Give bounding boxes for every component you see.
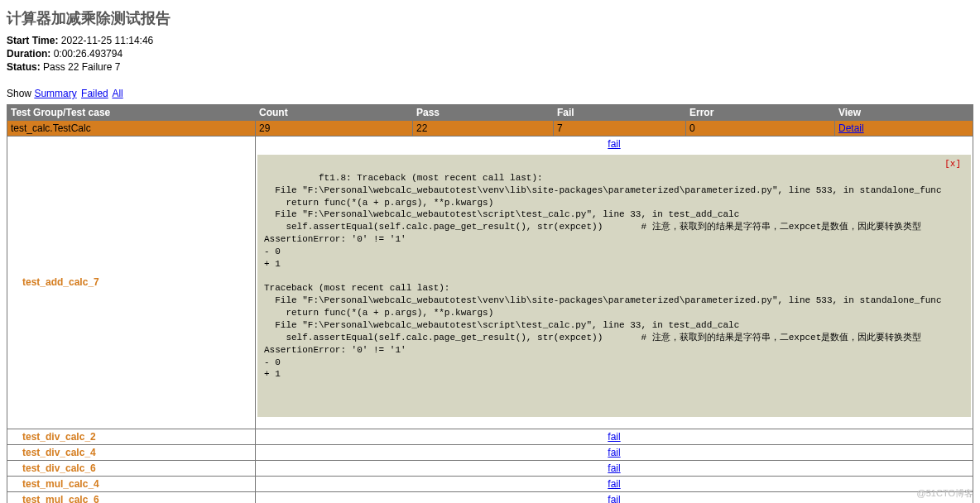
case-fail-link[interactable]: fail [608, 447, 620, 458]
close-icon[interactable]: [x] [944, 158, 961, 170]
case-fail-link[interactable]: fail [608, 494, 620, 503]
case-name: test_div_calc_6 [7, 460, 256, 476]
col-view: View [835, 105, 973, 121]
table-row: test_mul_calc_4 fail [7, 476, 973, 491]
status-label: Status: [7, 61, 41, 73]
suite-name: test_calc.TestCalc [7, 121, 256, 137]
suite-row: test_calc.TestCalc 29 22 7 0 Detail [7, 121, 973, 137]
case-name: test_mul_calc_6 [7, 491, 256, 503]
start-time-value: 2022-11-25 11:14:46 [61, 35, 153, 46]
suite-fail: 7 [554, 121, 686, 137]
suite-count: 29 [256, 121, 413, 137]
expanded-case-name: test_add_calc_7 [7, 137, 256, 429]
table-row: test_div_calc_2 fail [7, 429, 973, 444]
col-testcase: Test Group/Test case [7, 105, 256, 121]
suite-detail-link[interactable]: Detail [838, 122, 864, 134]
filter-summary-link[interactable]: Summary [34, 88, 76, 99]
meta-block: Start Time: 2022-11-25 11:14:46 Duration… [7, 35, 973, 73]
watermark: @51CTO博客 [917, 487, 973, 500]
report-table: Test Group/Test case Count Pass Fail Err… [7, 104, 973, 503]
table-row: test_div_calc_4 fail [7, 444, 973, 460]
case-fail-link[interactable]: fail [608, 462, 620, 474]
case-fail-link[interactable]: fail [608, 431, 620, 443]
filter-failed-link[interactable]: Failed [81, 88, 108, 99]
start-time-label: Start Time: [7, 35, 58, 46]
duration-label: Duration: [7, 48, 50, 60]
filter-bar: Show Summary Failed All [7, 88, 973, 99]
traceback-box: [x]ft1.8: Traceback (most recent call la… [257, 155, 971, 417]
case-name: test_mul_calc_4 [7, 476, 256, 491]
col-pass: Pass [413, 105, 554, 121]
duration-value: 0:00:26.493794 [54, 48, 122, 60]
expanded-fail-link[interactable]: fail [608, 138, 620, 150]
filter-all-link[interactable]: All [112, 88, 122, 99]
col-error: Error [686, 105, 835, 121]
table-row: test_div_calc_6 fail [7, 460, 973, 476]
report-title: 计算器加减乘除测试报告 [7, 8, 973, 28]
table-header-row: Test Group/Test case Count Pass Fail Err… [7, 105, 973, 121]
status-value: Pass 22 Failure 7 [43, 61, 120, 73]
case-name: test_div_calc_2 [7, 429, 256, 444]
suite-pass: 22 [413, 121, 554, 137]
table-row: test_mul_calc_6 fail [7, 491, 973, 503]
traceback-text: ft1.8: Traceback (most recent call last)… [264, 173, 942, 380]
col-fail: Fail [554, 105, 686, 121]
show-label: Show [7, 88, 31, 99]
expanded-case-row: test_add_calc_7 fail [x]ft1.8: Traceback… [7, 137, 973, 429]
col-count: Count [256, 105, 413, 121]
case-name: test_div_calc_4 [7, 444, 256, 460]
case-fail-link[interactable]: fail [608, 478, 620, 490]
suite-error: 0 [686, 121, 835, 137]
